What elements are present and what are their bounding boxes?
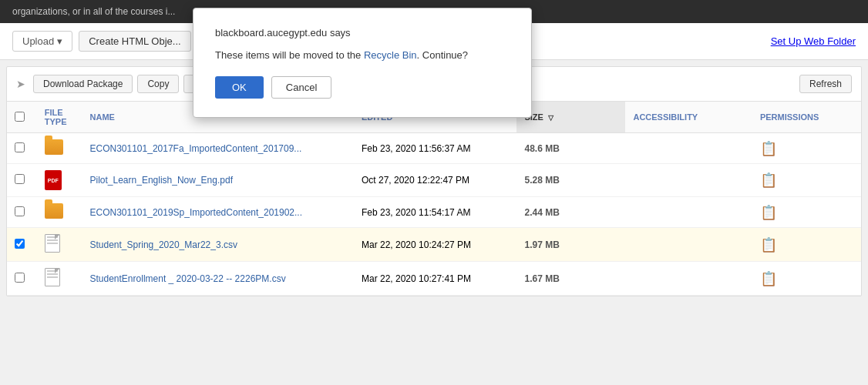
dialog-cancel-label: Cancel bbox=[286, 82, 317, 93]
dialog-message-prefix: These items will be moved to the bbox=[215, 49, 364, 61]
dialog-message: These items will be moved to the Recycle… bbox=[215, 49, 510, 61]
dialog-highlight: Recycle Bin bbox=[364, 49, 417, 61]
dialog-ok-label: OK bbox=[232, 82, 247, 93]
dialog-buttons: OK Cancel bbox=[215, 76, 510, 99]
dialog-overlay: blackboard.aucegypt.edu says These items… bbox=[0, 0, 868, 303]
dialog-message-suffix: . Continue? bbox=[417, 49, 469, 61]
confirm-dialog: blackboard.aucegypt.edu says These items… bbox=[193, 8, 532, 118]
dialog-ok-button[interactable]: OK bbox=[215, 76, 264, 99]
dialog-cancel-button[interactable]: Cancel bbox=[271, 76, 331, 99]
dialog-title: blackboard.aucegypt.edu says bbox=[215, 27, 510, 38]
